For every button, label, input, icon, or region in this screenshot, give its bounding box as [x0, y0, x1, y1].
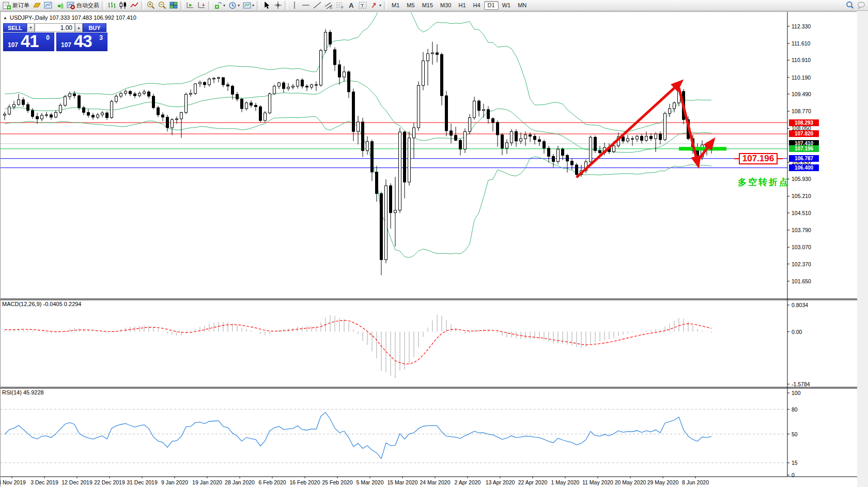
- signals-button[interactable]: [54, 1, 65, 10]
- turning-point-text[interactable]: 多空转折点: [738, 176, 789, 188]
- date-tick: 8 Jun 2020: [682, 479, 709, 485]
- chart-window[interactable]: ▲ USDJPY-,Daily 107.333 107.483 106.992 …: [0, 11, 857, 487]
- toolbar-separator: [102, 1, 105, 10]
- volume-input[interactable]: [35, 23, 75, 32]
- profiles-button[interactable]: [31, 1, 42, 10]
- toolbar-separator: [180, 1, 183, 10]
- date-tick: 22 Apr 2020: [518, 479, 548, 485]
- price-badge: 107.820: [789, 130, 819, 137]
- price-badge: 106.400: [789, 164, 819, 171]
- signals-icon: [55, 1, 64, 9]
- date-tick: 13 Apr 2020: [486, 479, 515, 485]
- rsi-tick: 0: [792, 472, 795, 478]
- crosshair-button[interactable]: [272, 1, 284, 10]
- price-tick: 103.070: [792, 244, 811, 250]
- sell-price-display[interactable]: 107 41 0: [3, 33, 54, 51]
- horizontal-line-button[interactable]: [300, 1, 312, 10]
- date-tick: 11 May 2020: [582, 479, 613, 485]
- timeframe-h4-button[interactable]: H4: [470, 1, 484, 10]
- text-button[interactable]: A: [346, 1, 357, 10]
- sell-button[interactable]: SELL: [3, 23, 27, 32]
- price-badge: 108.293: [789, 119, 819, 126]
- charts-icon: [44, 1, 52, 9]
- templates-button[interactable]: ▾: [241, 1, 256, 10]
- timeframe-m1-button[interactable]: M1: [388, 1, 403, 10]
- svg-text:F: F: [342, 6, 344, 9]
- auto-trading-icon: [67, 1, 75, 9]
- indicators-button[interactable]: ▾: [212, 1, 227, 10]
- chevron-down-icon: ▾: [238, 3, 240, 8]
- auto-trading-button[interactable]: 自动交易: [65, 1, 101, 10]
- price-tick: 109.490: [792, 91, 811, 97]
- price-tick: 110.910: [792, 57, 811, 63]
- rsi-pane[interactable]: [1, 388, 787, 477]
- date-tick: 4 Nov 2019: [0, 479, 26, 485]
- zoom-out-button[interactable]: [157, 1, 168, 10]
- buy-button[interactable]: BUY: [83, 23, 106, 32]
- trend-line-icon: [313, 1, 321, 9]
- date-tick: 16 Feb 2020: [290, 479, 320, 485]
- volume-increase-button[interactable]: ▲: [75, 23, 83, 32]
- toolbar-separator: [208, 1, 211, 10]
- price-badge: 107.196: [789, 145, 819, 152]
- timeframe-mn-button[interactable]: MN: [514, 1, 530, 10]
- macd-tick: 0.8034: [792, 302, 808, 308]
- text-label-icon: T: [359, 1, 367, 9]
- rsi-tick: 50: [792, 431, 798, 437]
- zoom-out-icon: [158, 1, 166, 9]
- horizontal-line-icon: [302, 1, 310, 9]
- sell-price-base: 107: [8, 41, 18, 49]
- line-chart-button[interactable]: [129, 1, 140, 10]
- date-tick: 31 Dec 2019: [127, 479, 158, 485]
- buy-price-display[interactable]: 107 43 3: [56, 33, 107, 51]
- date-tick: 20 May 2020: [615, 479, 646, 485]
- timeframe-m15-button[interactable]: M15: [419, 1, 437, 10]
- chart-shift-button[interactable]: [184, 1, 196, 10]
- periods-icon: [228, 1, 237, 9]
- price-annotation-label[interactable]: 107.196: [739, 153, 778, 164]
- sell-price-point: 0: [46, 34, 50, 41]
- candlestick-chart-button[interactable]: [117, 1, 129, 10]
- date-tick: 22 Dec 2019: [94, 479, 125, 485]
- price-tick: 103.790: [792, 227, 811, 233]
- timeframe-m30-button[interactable]: M30: [437, 1, 455, 10]
- periods-button[interactable]: ▾: [227, 1, 241, 10]
- new-order-button[interactable]: 新订单: [1, 1, 31, 10]
- fibonacci-icon: F: [336, 1, 344, 9]
- timeframe-w1-button[interactable]: W1: [499, 1, 515, 10]
- macd-pane[interactable]: [1, 300, 787, 388]
- charts-button[interactable]: [42, 1, 54, 10]
- trend-line-button[interactable]: [312, 1, 323, 10]
- sell-price-pips: 41: [21, 32, 39, 51]
- rsi-tick: 100: [792, 390, 801, 396]
- chat-button[interactable]: [856, 1, 867, 10]
- cursor-button[interactable]: [261, 1, 272, 10]
- price-tick: 105.210: [792, 193, 811, 199]
- fibonacci-button[interactable]: F: [334, 1, 346, 10]
- timeframe-m5-button[interactable]: M5: [403, 1, 418, 10]
- zoom-in-button[interactable]: [145, 1, 157, 10]
- price-tick: 112.330: [792, 23, 811, 29]
- volume-decrease-button[interactable]: ▼: [27, 23, 35, 32]
- main-chart-pane[interactable]: [1, 12, 787, 299]
- chevron-down-icon: ▾: [379, 3, 381, 8]
- tile-windows-button[interactable]: [168, 1, 179, 10]
- collapse-one-click-icon[interactable]: ▲: [3, 16, 7, 20]
- search-button[interactable]: [844, 1, 856, 10]
- main-toolbar: 新订单自动交易▾▾▾EFAT▾M1M5M15M30H1H4D1W1MN: [0, 0, 868, 11]
- text-icon: A: [347, 1, 355, 9]
- text-label-button[interactable]: T: [357, 1, 368, 10]
- auto-scroll-button[interactable]: [196, 1, 207, 10]
- chat-icon: [857, 1, 865, 9]
- cursor-icon: [262, 1, 271, 9]
- arrows-button[interactable]: ▾: [368, 1, 383, 10]
- svg-text:A: A: [349, 2, 353, 9]
- vertical-line-button[interactable]: [289, 1, 300, 10]
- bars-chart-button[interactable]: [106, 1, 117, 10]
- price-tick: 101.650: [792, 278, 811, 284]
- timeframe-h1-button[interactable]: H1: [455, 1, 469, 10]
- timeframe-d1-button[interactable]: D1: [484, 1, 499, 10]
- equidistant-channel-button[interactable]: E: [323, 1, 334, 10]
- price-tick: 104.510: [792, 210, 811, 216]
- templates-icon: [243, 1, 251, 9]
